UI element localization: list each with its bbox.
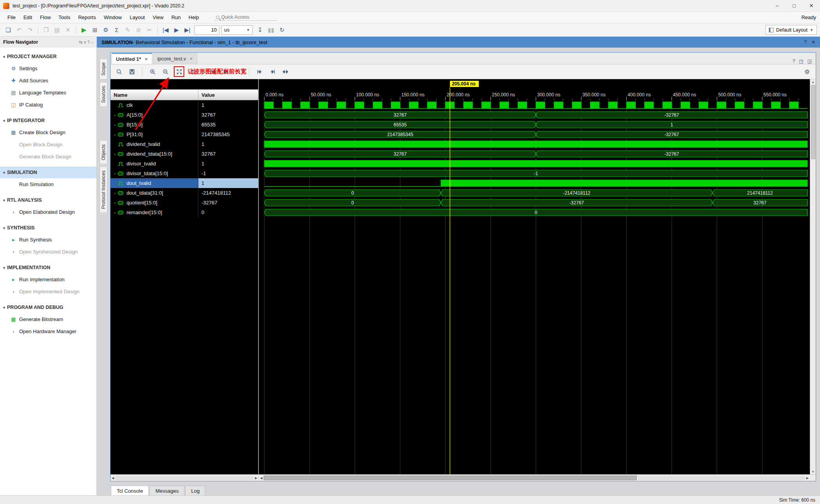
signal-value-cell[interactable]: 32767 [198,110,258,120]
signal-value-cell[interactable]: 0 [198,208,258,217]
quick-access-input[interactable] [221,14,264,20]
signal-name-cell[interactable]: divisor_tvalid [111,159,198,169]
fn-header-project-manager[interactable]: ▾PROJECT MANAGER [0,51,96,62]
signal-name-cell[interactable]: ›B[15:0] [111,120,198,130]
swap-cursor-icon[interactable] [281,67,290,76]
quick-access-search[interactable] [214,14,277,21]
signal-row-clk[interactable]: clk1 [111,100,258,110]
expand-chevron-icon[interactable]: › [112,122,118,127]
expand-chevron-icon[interactable]: › [112,113,118,117]
signal-name-cell[interactable]: ›dividend_tdata[15:0] [111,149,198,159]
signal-row-dout-tdata-31-0[interactable]: ›dout_tdata[31:0]-2147418112 [111,188,258,198]
signal-value-cell[interactable]: -1 [198,169,258,178]
signal-value-cell[interactable]: 2147385345 [198,130,258,139]
menu-window[interactable]: Window [100,13,125,22]
signal-name-cell[interactable]: ›divisor_tdata[15:0] [111,169,198,178]
expand-chevron-icon[interactable]: › [112,171,118,176]
fn-item-ip-catalog[interactable]: ◫IP Catalog [0,99,96,111]
restart-sim-icon[interactable]: |◀ [160,25,171,35]
menu-flow[interactable]: Flow [36,13,54,22]
window-control-icon[interactable]: ◲ [808,59,812,64]
close-icon[interactable]: ✕ [144,57,148,61]
doc-tab-ipcore-test-v[interactable]: ipcore_test.v✕ [153,53,197,64]
side-tab-protocol-instances[interactable]: Protocol Instances [100,167,107,213]
step-icon[interactable]: ↧ [255,25,265,35]
signal-value-cell[interactable]: 1 [198,159,258,169]
fn-item-generate-bitstream[interactable]: ▦Generate Bitstream [0,313,96,325]
fn-header-simulation[interactable]: ▾SIMULATION [0,167,96,178]
signal-value-cell[interactable]: 1 [198,100,258,110]
run-all-icon[interactable]: ▶ [171,25,182,35]
zoom-fit-icon[interactable] [174,66,184,77]
side-tab-scope[interactable]: Scope [100,59,107,80]
run-flow-icon[interactable]: ▶ [79,25,89,35]
name-column-header[interactable]: Name [111,90,198,100]
fn-header-ip-integrator[interactable]: ▾IP INTEGRATOR [0,115,96,126]
signal-value-cell[interactable]: 1 [198,139,258,149]
fn-item-add-sources[interactable]: ✚Add Sources [0,75,96,87]
signal-name-cell[interactable]: ›remainder[15:0] [111,208,198,217]
signal-row-a-15-0[interactable]: ›A[15:0]32767 [111,110,258,120]
close-icon[interactable]: ✕ [189,57,193,61]
go-to-end-icon[interactable] [268,67,277,76]
zoom-in-icon[interactable] [148,67,157,76]
menu-view[interactable]: View [149,13,167,22]
horizontal-scroll-thumb[interactable] [264,476,636,480]
signal-row-dividend-tdata-15-0[interactable]: ›dividend_tdata[15:0]32767 [111,149,258,159]
signal-value-cell[interactable]: 32767 [198,149,258,159]
wave-settings-btn[interactable] [802,67,812,76]
save-waveform-icon[interactable] [127,67,137,76]
fn-item-open-elaborated-design[interactable]: ›Open Elaborated Design [0,206,96,218]
scroll-right-icon[interactable]: ▶ [255,476,257,480]
window-control-icon[interactable]: ? [793,59,795,64]
zoom-to-cursor-icon[interactable] [188,67,197,76]
layout-selector[interactable]: Default Layout ▼ [765,25,817,35]
bottom-tab-messages[interactable]: Messages [150,486,184,495]
expand-chevron-icon[interactable]: › [112,152,118,156]
signal-name-cell[interactable]: ›P[31:0] [111,130,198,139]
fn-header-program-and-debug[interactable]: ▾PROGRAM AND DEBUG [0,302,96,313]
signal-name-cell[interactable]: clk [111,100,198,110]
expand-chevron-icon[interactable]: › [112,191,118,195]
fn-item-run-implementation[interactable]: ▸Run Implementation [0,273,96,286]
wave-horizontal-scrollbar[interactable]: ◀ ▶ [259,475,810,481]
search-icon[interactable] [114,67,124,76]
undo-icon[interactable]: ↶ [14,25,24,35]
next-transition-icon[interactable] [221,67,231,76]
signal-name-cell[interactable]: ›quotient[15:0] [111,198,198,208]
go-to-start-icon[interactable] [255,67,264,76]
fn-item-open-hardware-manager[interactable]: ›Open Hardware Manager [0,325,96,337]
signal-row-quotient-15-0[interactable]: ›quotient[15:0]-32767 [111,198,258,208]
doc-tab-untitled-1[interactable]: Untitled 1*✕ [112,53,152,64]
side-tab-objects[interactable]: Objects [100,140,107,164]
fn-header-implementation[interactable]: ▾IMPLEMENTATION [0,262,96,273]
signal-name-cell[interactable]: dout_tvalid [111,178,198,188]
signal-value-cell[interactable]: 1 [198,178,258,188]
report-sigma-icon[interactable]: Σ [112,25,122,35]
vertical-scrollbar[interactable]: ▲ ▼ [810,79,816,474]
copy-icon[interactable]: ❐ [41,25,51,35]
menu-help[interactable]: Help [185,13,203,22]
signal-name-cell[interactable]: ›A[15:0] [111,110,198,120]
time-unit-select[interactable]: us ▼ [221,25,253,35]
signal-row-dividend-tvalid[interactable]: dividend_tvalid1 [111,139,258,149]
probe-icon[interactable]: ✂ [144,25,155,35]
fn-item-create-block-design[interactable]: ▦Create Block Design [0,126,96,138]
value-column-header[interactable]: Value [198,90,258,100]
scroll-left-icon[interactable]: ◀ [112,476,114,480]
edit-icon[interactable]: ✎ [123,25,133,35]
zoom-out-icon[interactable] [161,67,170,76]
previous-transition-icon[interactable] [209,67,218,76]
bottom-tab-tcl-console[interactable]: Tcl Console [111,486,149,495]
expand-chevron-icon[interactable]: › [112,132,118,137]
fn-item-language-templates[interactable]: ▤Language Templates [0,87,96,99]
settings-gear-icon[interactable]: ⚙ [101,25,111,35]
signal-row-remainder-15-0[interactable]: ›remainder[15:0]0 [111,208,258,217]
signal-value-cell[interactable]: 65535 [198,120,258,130]
delete-icon[interactable]: ✕ [63,25,73,35]
signal-row-p-31-0[interactable]: ›P[31:0]2147385345 [111,130,258,139]
maximize-button[interactable]: □ [786,0,803,11]
scroll-right-icon[interactable]: ▶ [806,476,809,480]
menu-edit[interactable]: Edit [20,13,36,22]
help-icon[interactable]: ? [804,39,807,45]
